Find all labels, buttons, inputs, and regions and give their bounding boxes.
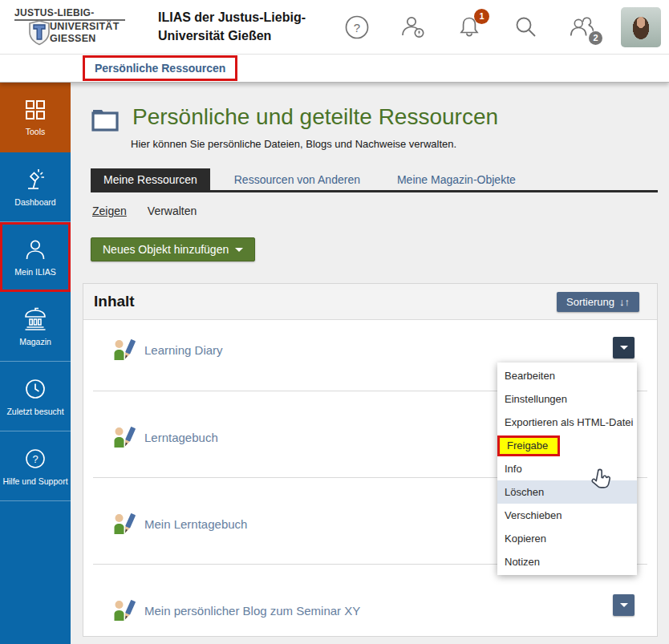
contacts-badge: 2	[589, 31, 602, 45]
help-icon[interactable]: ?	[343, 14, 371, 41]
svg-text:?: ?	[354, 20, 360, 34]
who-is-online-icon[interactable]	[399, 14, 427, 41]
item-title-link[interactable]: Mein persönlicher Blog zum Seminar XY	[144, 604, 360, 618]
tab-ressourcen-von-anderen[interactable]: Ressourcen von Anderen	[221, 168, 373, 190]
blog-icon	[112, 425, 136, 449]
chevron-down-icon	[235, 248, 243, 252]
sidebar-item-label: Mein ILIAS	[14, 267, 55, 277]
sidebar-item-label: Dashboard	[14, 197, 55, 207]
sidebar-item-label: Magazin	[19, 337, 51, 346]
sidebar-item-label: Zuletzt besucht	[6, 407, 63, 416]
blog-icon	[112, 512, 136, 536]
item-actions-dropdown-open[interactable]	[613, 337, 635, 358]
annotation-highlight-freigabe: Freigabe	[497, 435, 560, 456]
question-circle-icon: ?	[23, 447, 47, 471]
add-object-button[interactable]: Neues Objekt hinzufügen	[91, 237, 255, 261]
sort-button[interactable]: Sortierung ↓↑	[557, 292, 639, 312]
page-title: Persönliche und geteilte Ressourcen	[132, 105, 498, 130]
tab-meine-magazin-objekte[interactable]: Meine Magazin-Objekte	[384, 168, 529, 190]
breadcrumb-bar: Persönliche Ressourcen	[0, 55, 669, 83]
jlu-logo[interactable]: JUSTUS-LIEBIG- UNIVERSITÄT GIESSEN	[14, 7, 131, 47]
grid-icon	[24, 99, 47, 121]
blog-icon	[112, 598, 136, 622]
menu-item-info[interactable]: Info	[497, 457, 637, 480]
breadcrumb-link[interactable]: Persönliche Ressourcen	[95, 62, 225, 75]
logo-line2: UNIVERSITÄT	[50, 21, 120, 34]
item-title-link[interactable]: Learning Diary	[144, 343, 223, 357]
person-icon	[23, 237, 47, 261]
sidebar-item-mein-ilias[interactable]: Mein ILIAS	[0, 222, 71, 292]
search-icon[interactable]	[512, 14, 539, 41]
svg-text:?: ?	[32, 453, 38, 465]
sidebar-item-magazin[interactable]: Magazin	[0, 292, 71, 362]
panel-header: Inhalt Sortierung ↓↑	[83, 284, 657, 320]
main-sidebar: Tools Dashboard Mein ILIAS	[0, 83, 71, 644]
panel-title: Inhalt	[94, 293, 135, 310]
chevron-down-icon	[620, 346, 628, 350]
menu-item-bearbeiten[interactable]: Bearbeiten	[497, 364, 637, 387]
desk-lamp-icon	[23, 168, 47, 192]
page-subtitle: Hier können Sie persönliche Dateien, Blo…	[131, 138, 658, 150]
item-actions-dropdown[interactable]	[613, 594, 635, 616]
menu-item-einstellungen[interactable]: Einstellungen	[497, 387, 637, 411]
sort-button-label: Sortierung	[566, 296, 614, 308]
sidebar-item-label: Hilfe und Support	[2, 476, 67, 486]
menu-item-exportieren[interactable]: Exportieren als HTML-Datei	[497, 411, 637, 434]
subtab-bar: Zeigen Verwalten	[92, 205, 658, 217]
top-header: JUSTUS-LIEBIG- UNIVERSITÄT GIESSEN ILIAS…	[0, 0, 669, 55]
menu-item-verschieben[interactable]: Verschieben	[497, 504, 637, 527]
add-object-button-label: Neues Objekt hinzufügen	[103, 243, 229, 256]
item-context-menu: Bearbeiten Einstellungen Exportieren als…	[497, 363, 637, 575]
notifications-bell-icon[interactable]: 1	[456, 14, 483, 41]
contacts-icon[interactable]: 2	[568, 14, 595, 41]
notification-badge: 1	[474, 9, 489, 24]
subtab-verwalten[interactable]: Verwalten	[148, 205, 197, 217]
folder-icon	[91, 107, 120, 132]
app-title: ILIAS der Justus-Liebig-Universität Gieß…	[158, 9, 330, 45]
tab-bar: Meine Ressourcen Ressourcen von Anderen …	[91, 168, 658, 192]
sidebar-filler	[0, 501, 71, 644]
user-avatar[interactable]	[621, 7, 661, 47]
sidebar-item-tools[interactable]: Tools	[0, 83, 71, 152]
jlu-shield-icon	[27, 20, 51, 47]
blog-icon	[112, 338, 136, 362]
clock-icon	[23, 377, 47, 401]
sidebar-item-dashboard[interactable]: Dashboard	[0, 152, 71, 222]
repository-building-icon	[22, 307, 48, 331]
chevron-down-icon	[620, 603, 628, 607]
annotation-box-breadcrumb: Persönliche Ressourcen	[83, 55, 237, 81]
list-item-blog-seminar-xy: Mein persönlicher Blog zum Seminar XY	[83, 565, 657, 644]
sidebar-item-hilfe-support[interactable]: ? Hilfe und Support	[0, 431, 71, 501]
item-title-link[interactable]: Lerntagebuch	[144, 431, 218, 444]
menu-item-freigabe[interactable]: Freigabe	[497, 434, 637, 457]
subtab-zeigen[interactable]: Zeigen	[92, 205, 127, 217]
tab-meine-ressourcen[interactable]: Meine Ressourcen	[91, 168, 210, 190]
logo-line3: GIESSEN	[50, 33, 120, 46]
sidebar-item-label: Tools	[26, 127, 46, 136]
menu-item-loeschen[interactable]: Löschen	[497, 480, 637, 504]
menu-item-kopieren[interactable]: Kopieren	[497, 527, 637, 550]
menu-item-notizen[interactable]: Notizen	[497, 550, 637, 573]
sidebar-item-zuletzt-besucht[interactable]: Zuletzt besucht	[0, 362, 71, 431]
item-title-link[interactable]: Mein Lerntagebuch	[144, 517, 247, 531]
sort-arrows-icon: ↓↑	[619, 296, 630, 308]
